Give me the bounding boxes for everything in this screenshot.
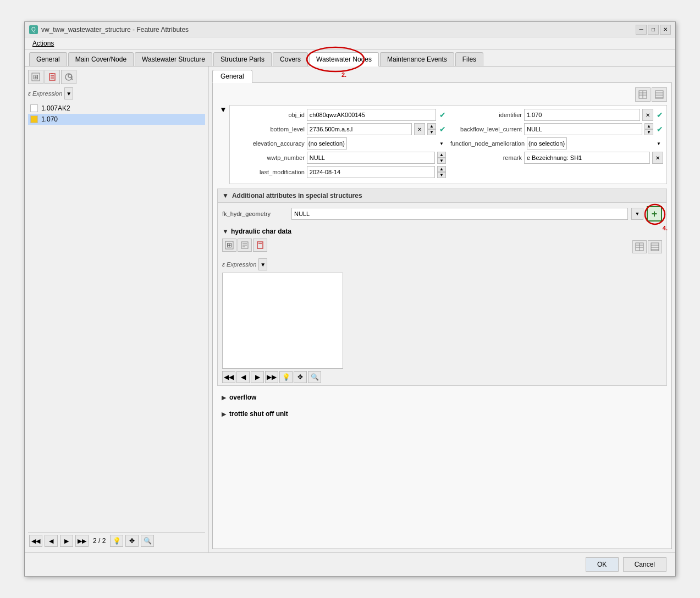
hydr-delete-icon	[256, 241, 264, 250]
hydr-delete-btn[interactable]	[253, 239, 267, 252]
hydr-first-btn[interactable]: ◀◀	[222, 371, 235, 383]
elevation-select[interactable]: (no selection)	[307, 137, 347, 150]
tab-general[interactable]: General	[29, 52, 67, 66]
delete-record-button[interactable]	[45, 70, 60, 84]
last-mod-input[interactable]	[307, 166, 435, 178]
fk-add-container: + 4.	[647, 206, 662, 222]
backflow-level-input[interactable]	[524, 123, 642, 135]
step4-label: 4.	[663, 225, 668, 231]
flash-button[interactable]: 💡	[110, 535, 123, 547]
fk-hydr-add-button[interactable]: +	[647, 206, 662, 222]
close-button[interactable]: ✕	[660, 25, 671, 35]
hydraulic-expression-btn[interactable]: ▼	[258, 258, 267, 270]
overflow-header[interactable]: ▶ overflow	[217, 391, 667, 403]
expression-dropdown-btn[interactable]: ▼	[64, 87, 73, 99]
throttle-section: ▶ trottle shut off unit	[217, 406, 667, 422]
expression-dropdown: ε Expression ▼	[28, 87, 205, 99]
bottom-level-down-btn[interactable]: ▼	[427, 129, 436, 135]
bottom-level-input[interactable]	[307, 123, 412, 135]
identifier-clear-btn[interactable]: ✕	[642, 109, 653, 121]
move-button[interactable]: ✥	[125, 535, 139, 547]
elevation-select-wrapper: (no selection)	[307, 137, 446, 150]
hydr-form-view-btn[interactable]	[648, 240, 662, 253]
main-content: ⊞	[25, 67, 675, 552]
form-view-button[interactable]	[652, 87, 667, 102]
backflow-up-btn[interactable]: ▲	[644, 123, 653, 129]
identifier-input[interactable]	[524, 109, 640, 121]
left-panel: ⊞	[25, 67, 209, 552]
fk-hydr-input[interactable]	[291, 208, 628, 220]
hydraulic-header: ▼ hydraulic char data	[222, 228, 662, 235]
field-row-elevation-function: elevation_accuracy (no selection) functi…	[233, 137, 663, 150]
wwtp-up-btn[interactable]: ▲	[437, 152, 446, 158]
filter-button[interactable]	[61, 70, 76, 84]
list-item-selected[interactable]: 1.070	[28, 114, 205, 125]
tab-wastewater-nodes[interactable]: Wastewater Nodes 2.	[309, 52, 379, 67]
identifier-field-group: identifier ✕ ✔	[450, 109, 663, 121]
hydr-add-btn[interactable]: ⊞	[222, 239, 236, 252]
remark-clear-btn[interactable]: ✕	[652, 152, 663, 164]
tab-files[interactable]: Files	[455, 52, 483, 66]
window-title: vw_tww_wastewater_structure - Feature At…	[41, 26, 189, 34]
hydr-move-btn[interactable]: ✥	[294, 371, 307, 383]
form-collapse-button[interactable]: ▼	[217, 105, 229, 114]
last-mod-label: last_modification	[233, 169, 305, 175]
form-collapse-row: ▼ obj_id ✔	[217, 104, 667, 189]
maximize-button[interactable]: □	[648, 25, 659, 35]
obj-id-input[interactable]	[307, 109, 436, 121]
bottom-level-clear-btn[interactable]: ✕	[414, 123, 425, 135]
step4-container: 4.	[663, 225, 668, 231]
backflow-level-field-group: backflow_level_current ▲ ▼ ✔	[450, 123, 663, 135]
step2-label: 2.	[341, 71, 346, 78]
special-structures-header[interactable]: 3. ▼ Additional attributes in special st…	[218, 189, 666, 203]
tab-inner-general[interactable]: General	[212, 70, 252, 83]
tab-main-cover[interactable]: Main Cover/Node	[68, 52, 134, 66]
list-item[interactable]: 1.007AK2	[28, 103, 205, 114]
next-record-button[interactable]: ▶	[60, 535, 73, 547]
inner-tabs: General	[212, 70, 672, 82]
hydr-search-btn[interactable]: 🔍	[308, 371, 321, 383]
hydr-edit-btn[interactable]	[238, 239, 252, 252]
inner-content: ▼ obj_id ✔	[212, 82, 672, 549]
titlebar-controls: ─ □ ✕	[636, 25, 671, 35]
first-record-button[interactable]: ◀◀	[29, 535, 42, 547]
function-node-select[interactable]: (no selection)	[527, 137, 567, 150]
wwtp-field-group: wwtp_number ▲ ▼	[233, 152, 446, 164]
throttle-header[interactable]: ▶ trottle shut off unit	[217, 408, 667, 420]
last-mod-spinner: ▲ ▼	[437, 166, 446, 178]
titlebar-left: Q vw_tww_wastewater_structure - Feature …	[29, 25, 189, 34]
minimize-button[interactable]: ─	[636, 25, 647, 35]
hydr-last-btn[interactable]: ▶▶	[265, 371, 278, 383]
backflow-down-btn[interactable]: ▼	[644, 129, 653, 135]
tab-maintenance-events[interactable]: Maintenance Events	[380, 52, 454, 66]
last-mod-down-btn[interactable]: ▼	[437, 172, 446, 178]
last-mod-up-btn[interactable]: ▲	[437, 166, 446, 172]
search-in-list-button[interactable]: 🔍	[141, 535, 154, 547]
wwtp-down-btn[interactable]: ▼	[437, 158, 446, 164]
remark-input[interactable]	[524, 152, 650, 164]
hydr-add-icon: ⊞	[225, 241, 234, 250]
ok-button[interactable]: OK	[586, 557, 619, 572]
fk-hydr-dropdown-btn[interactable]: ▼	[631, 208, 643, 220]
titlebar: Q vw_tww_wastewater_structure - Feature …	[25, 22, 675, 37]
last-record-button[interactable]: ▶▶	[75, 535, 89, 547]
table-view-button[interactable]	[635, 87, 651, 102]
prev-record-button[interactable]: ◀	[45, 535, 58, 547]
tab-covers[interactable]: Covers	[273, 52, 308, 66]
tab-wastewater-structure[interactable]: Wastewater Structure	[135, 52, 212, 66]
bottom-level-up-btn[interactable]: ▲	[427, 123, 436, 129]
actions-menu[interactable]: Actions	[29, 38, 57, 48]
cancel-button[interactable]: Cancel	[623, 557, 666, 572]
hydr-prev-btn[interactable]: ◀	[236, 371, 250, 383]
svg-text:⊞: ⊞	[227, 241, 232, 249]
hydr-flash-btn[interactable]: 💡	[279, 371, 293, 383]
hydraulic-list	[222, 273, 343, 369]
tab-structure-parts[interactable]: Structure Parts	[213, 52, 272, 66]
wwtp-input[interactable]	[307, 152, 435, 164]
add-record-button[interactable]: ⊞	[28, 70, 43, 84]
backflow-check-icon: ✔	[657, 125, 663, 134]
svg-point-10	[68, 74, 71, 77]
right-top-toolbar	[217, 87, 667, 102]
hydr-table-view-btn[interactable]	[632, 240, 647, 253]
hydr-next-btn[interactable]: ▶	[251, 371, 264, 383]
